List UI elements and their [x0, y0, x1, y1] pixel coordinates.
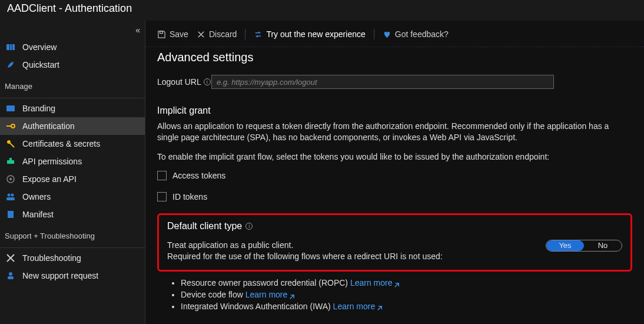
tools-icon: [6, 253, 15, 263]
svg-point-9: [9, 178, 12, 180]
learn-more-link[interactable]: Learn more: [245, 290, 296, 299]
svg-rect-12: [6, 197, 15, 200]
svg-rect-2: [12, 44, 15, 50]
sidebar-item-branding[interactable]: Branding: [0, 100, 145, 117]
toggle-yes[interactable]: Yes: [546, 240, 584, 251]
logout-url-input[interactable]: [211, 75, 554, 89]
svg-rect-13: [8, 211, 14, 218]
toggle-no[interactable]: No: [584, 240, 622, 251]
implicit-grant-description-1: Allows an application to request a token…: [157, 121, 632, 143]
overview-icon: [6, 42, 15, 52]
discard-label: Discard: [209, 29, 237, 39]
sidebar: « Overview Quickstart Manage Branding Au…: [0, 21, 145, 324]
svg-point-14: [9, 272, 12, 276]
sidebar-item-certificates[interactable]: Certificates & secrets: [0, 135, 145, 153]
discard-button[interactable]: Discard: [197, 29, 237, 39]
sidebar-item-label: Overview: [22, 42, 57, 52]
header-app: AADClient: [7, 2, 56, 14]
divider: [0, 98, 145, 98]
try-new-experience-button[interactable]: Try out the new experience: [254, 29, 365, 39]
sidebar-item-label: Manifest: [22, 210, 54, 219]
feedback-label: Got feedback?: [395, 29, 449, 39]
public-client-toggle[interactable]: Yes No: [546, 240, 622, 252]
manifest-icon: [6, 210, 15, 219]
external-link-icon: [288, 292, 295, 299]
flow-device-code: Device code flow Learn more: [181, 289, 632, 301]
external-link-icon: [376, 303, 383, 310]
key-icon: [6, 139, 15, 148]
flow-ropc: Resource owner password credential (ROPC…: [181, 277, 632, 289]
sidebar-item-label: New support request: [22, 271, 98, 280]
svg-rect-7: [9, 158, 12, 160]
svg-point-10: [8, 194, 11, 197]
access-tokens-checkbox-row[interactable]: Access tokens: [157, 171, 632, 180]
svg-rect-1: [10, 44, 12, 50]
svg-point-11: [11, 194, 14, 197]
default-client-type-text: Treat application as a public client. Re…: [167, 240, 443, 262]
learn-more-link[interactable]: Learn more: [333, 302, 383, 311]
sidebar-item-label: Troubleshooting: [22, 253, 81, 263]
checkbox-icon[interactable]: [157, 192, 167, 201]
try-new-label: Try out the new experience: [266, 29, 365, 39]
toolbar-separator: [245, 29, 245, 39]
sidebar-item-new-support-request[interactable]: New support request: [0, 267, 145, 285]
svg-rect-0: [6, 44, 9, 50]
id-tokens-label: ID tokens: [172, 192, 207, 201]
default-client-type-box: Default client type i Treat application …: [157, 213, 632, 272]
page-header: AADClient - Authentication: [0, 0, 644, 21]
access-tokens-label: Access tokens: [172, 171, 225, 180]
branding-icon: [6, 104, 15, 113]
rocket-icon: [6, 60, 15, 70]
toolbar: Save Discard Try out the new experience …: [145, 21, 644, 47]
sidebar-item-authentication[interactable]: Authentication: [0, 117, 145, 135]
heart-icon: [383, 30, 391, 39]
svg-rect-16: [160, 31, 163, 33]
sidebar-item-overview[interactable]: Overview: [0, 38, 145, 56]
svg-rect-3: [6, 105, 15, 111]
collapse-sidebar-icon[interactable]: «: [135, 25, 140, 35]
feedback-button[interactable]: Got feedback?: [383, 29, 449, 39]
sidebar-item-manifest[interactable]: Manifest: [0, 206, 145, 223]
implicit-grant-description-2: To enable the implicit grant flow, selec…: [157, 151, 632, 163]
header-separator: -: [59, 2, 65, 14]
discard-icon: [197, 30, 205, 39]
auth-icon: [6, 121, 15, 131]
sidebar-group-manage: Manage: [0, 74, 145, 94]
sidebar-item-label: Expose an API: [22, 174, 77, 184]
sidebar-item-owners[interactable]: Owners: [0, 188, 145, 206]
expose-api-icon: [6, 174, 15, 184]
save-button[interactable]: Save: [157, 29, 188, 39]
main-panel: Save Discard Try out the new experience …: [145, 21, 644, 324]
sidebar-item-api-permissions[interactable]: API permissions: [0, 153, 145, 170]
sidebar-group-support: Support + Troubleshooting: [0, 223, 145, 244]
default-client-type-title: Default client type i: [167, 221, 622, 232]
learn-more-link[interactable]: Learn more: [350, 278, 400, 287]
flow-iwa: Integrated Windows Authentication (IWA) …: [181, 301, 632, 313]
logout-url-row: Logout URL i: [157, 75, 632, 89]
logout-url-label: Logout URL i: [157, 77, 211, 87]
external-link-icon: [393, 280, 400, 287]
sidebar-item-quickstart[interactable]: Quickstart: [0, 56, 145, 74]
header-section: Authentication: [65, 2, 132, 14]
sidebar-item-label: Authentication: [22, 121, 75, 131]
checkbox-icon[interactable]: [157, 171, 167, 180]
divider: [0, 247, 145, 248]
svg-rect-6: [7, 160, 14, 164]
svg-rect-15: [8, 276, 14, 279]
switch-icon: [254, 30, 263, 39]
info-icon[interactable]: i: [245, 223, 253, 230]
sidebar-item-expose-api[interactable]: Expose an API: [0, 170, 145, 188]
support-icon: [6, 271, 15, 280]
save-icon: [157, 30, 166, 39]
implicit-grant-title: Implicit grant: [157, 105, 632, 116]
info-icon[interactable]: i: [204, 78, 211, 85]
sidebar-item-label: API permissions: [22, 157, 82, 166]
flows-list: Resource owner password credential (ROPC…: [181, 277, 632, 312]
id-tokens-checkbox-row[interactable]: ID tokens: [157, 192, 632, 201]
advanced-settings-title: Advanced settings: [157, 51, 632, 64]
owners-icon: [6, 192, 15, 201]
sidebar-item-label: Owners: [22, 192, 51, 201]
sidebar-item-troubleshooting[interactable]: Troubleshooting: [0, 249, 145, 267]
api-perm-icon: [6, 157, 15, 166]
sidebar-item-label: Branding: [22, 104, 55, 113]
